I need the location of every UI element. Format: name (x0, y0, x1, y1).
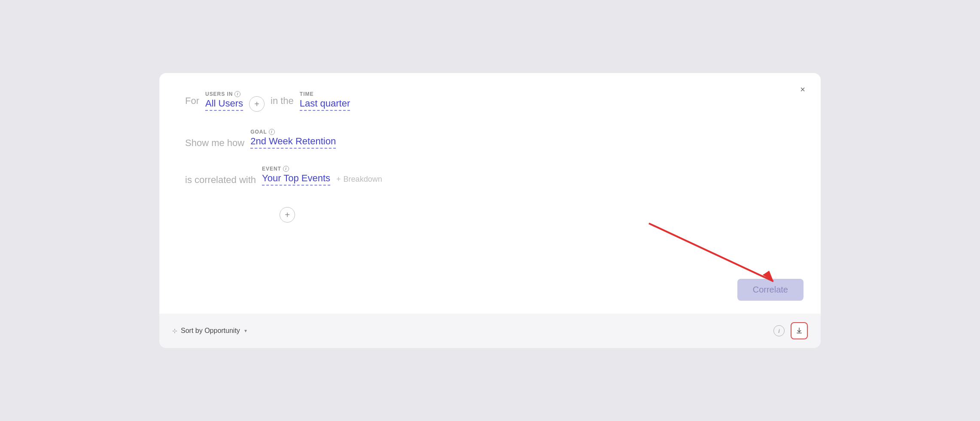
sort-plus-icon: ⊹ (172, 327, 177, 334)
add-user-filter-button[interactable]: + (249, 96, 265, 112)
download-button[interactable] (791, 322, 808, 339)
users-value[interactable]: All Users (205, 98, 243, 111)
breakdown-label: Breakdown (344, 175, 382, 184)
users-info-icon[interactable]: i (234, 91, 240, 97)
users-time-row: For USERS IN i All Users + in the TIME L… (185, 90, 795, 112)
modal-bottom-bar: ⊹ Sort by Opportunity ▾ i (159, 314, 821, 348)
time-section: TIME Last quarter (300, 91, 350, 111)
svg-line-0 (649, 223, 773, 281)
goal-row: Show me how GOAL i 2nd Week Retention (185, 129, 795, 149)
for-label: For (185, 95, 199, 107)
show-me-how-label: Show me how (185, 137, 244, 149)
goal-info-icon[interactable]: i (269, 129, 275, 135)
info-button[interactable]: i (773, 325, 785, 336)
goal-value[interactable]: 2nd Week Retention (250, 136, 336, 149)
add-event-button[interactable]: + (280, 207, 295, 223)
in-the-label: in the (271, 95, 294, 107)
modal-container: × For USERS IN i All Users + in the TIME… (159, 73, 821, 348)
time-section-label: TIME (300, 91, 350, 97)
event-section: EVENT i Your Top Events (262, 166, 330, 186)
goal-section-label: GOAL i (250, 129, 336, 135)
download-icon (795, 327, 803, 335)
add-event-row: + (280, 207, 795, 223)
event-info-icon[interactable]: i (283, 166, 289, 172)
event-row: is correlated with EVENT i Your Top Even… (185, 166, 795, 186)
modal-top-panel: × For USERS IN i All Users + in the TIME… (159, 73, 821, 314)
is-correlated-with-label: is correlated with (185, 174, 256, 186)
time-value[interactable]: Last quarter (300, 98, 350, 111)
event-value[interactable]: Your Top Events (262, 173, 330, 186)
bottom-right-actions: i (773, 322, 808, 339)
breakdown-button[interactable]: + Breakdown (336, 175, 382, 186)
users-section: USERS IN i All Users (205, 91, 243, 111)
close-button[interactable]: × (797, 83, 809, 95)
correlate-button[interactable]: Correlate (737, 279, 803, 301)
chevron-down-icon: ▾ (244, 328, 247, 334)
sort-by-opportunity-button[interactable]: ⊹ Sort by Opportunity ▾ (172, 327, 247, 335)
sort-label: Sort by Opportunity (181, 327, 240, 335)
breakdown-plus-icon: + (336, 175, 341, 184)
event-section-label: EVENT i (262, 166, 330, 172)
users-section-label: USERS IN i (205, 91, 243, 97)
goal-section: GOAL i 2nd Week Retention (250, 129, 336, 149)
